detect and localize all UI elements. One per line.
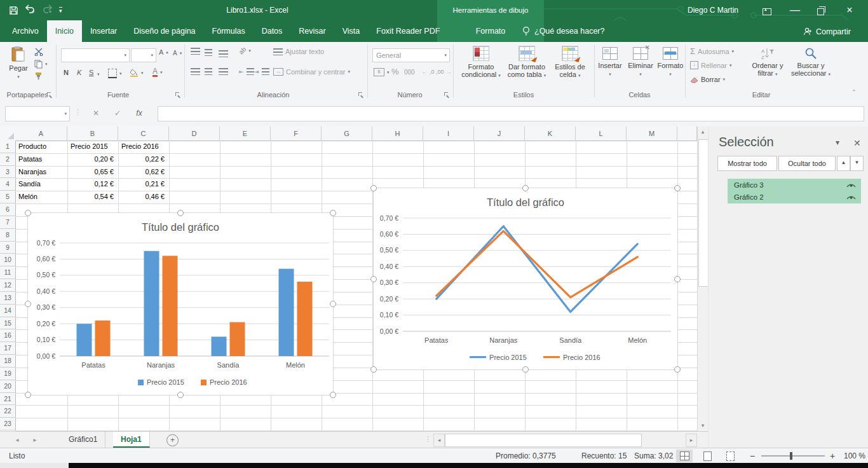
cell-A5[interactable]: Melón bbox=[16, 191, 65, 203]
column-header-E[interactable]: E bbox=[220, 127, 271, 141]
tab-foxit[interactable]: Foxit Reader PDF bbox=[368, 20, 448, 42]
column-header-K[interactable]: K bbox=[525, 127, 576, 141]
chart-selection-handle[interactable] bbox=[674, 276, 681, 282]
close-button[interactable]: × bbox=[840, 0, 859, 20]
sort-dropdown-icon[interactable]: ▾ bbox=[775, 72, 778, 76]
increase-indent-button[interactable]: ⇥ bbox=[254, 68, 269, 75]
borders-button[interactable]: ▾ bbox=[108, 69, 122, 78]
tabbar-splitter[interactable]: ⋮ bbox=[424, 435, 431, 443]
column-header-L[interactable]: L bbox=[576, 127, 627, 141]
selection-pane-item-2[interactable]: Gráfico 2 bbox=[728, 191, 861, 204]
sheet-tab-hoja1[interactable]: Hoja1 bbox=[113, 432, 150, 448]
share-button[interactable]: Compartir bbox=[798, 24, 856, 39]
cut-button[interactable] bbox=[34, 48, 43, 56]
align-left-button[interactable] bbox=[191, 68, 200, 75]
autosum-button[interactable]: ΣAutosuma▾ bbox=[690, 46, 734, 56]
row-header-12[interactable]: 12 bbox=[0, 279, 16, 292]
tab-formulas[interactable]: Fórmulas bbox=[204, 20, 254, 42]
cell-C2[interactable]: 0,22 € bbox=[119, 154, 168, 165]
alignment-dialog-launcher[interactable] bbox=[358, 92, 364, 98]
table-dropdown-icon[interactable]: ▾ bbox=[544, 73, 546, 78]
row-header-3[interactable]: 3 bbox=[0, 166, 16, 179]
find-dropdown-icon[interactable]: ▾ bbox=[829, 72, 831, 76]
clipboard-dialog-launcher[interactable] bbox=[47, 92, 53, 98]
zoom-out-button[interactable]: − bbox=[750, 448, 755, 464]
chart-selection-handle[interactable] bbox=[522, 366, 529, 373]
tab-vista[interactable]: Vista bbox=[334, 20, 369, 42]
tab-inicio[interactable]: Inicio bbox=[47, 20, 82, 42]
name-box-dropdown-icon[interactable]: ▾ bbox=[64, 111, 67, 116]
cell-C4[interactable]: 0,21 € bbox=[119, 179, 168, 190]
minimize-button[interactable]: — bbox=[785, 0, 804, 20]
accounting-dropdown-icon[interactable]: ▾ bbox=[387, 70, 390, 75]
redo-dropdown-icon[interactable]: ▾ bbox=[49, 9, 51, 15]
chart-selection-handle[interactable] bbox=[177, 210, 184, 216]
orientation-dropdown-icon[interactable]: ▾ bbox=[248, 48, 251, 53]
copy-button[interactable]: ▾ bbox=[34, 60, 48, 69]
find-select-button[interactable]: Buscar y seleccionar ▾ bbox=[788, 47, 834, 78]
paste-button[interactable]: Pegar▾ bbox=[5, 46, 32, 81]
tell-me-box[interactable]: ¿Qué desea hacer? bbox=[522, 20, 605, 42]
row-header-2[interactable]: 2 bbox=[0, 153, 16, 166]
cell-styles-button[interactable]: Estilos de celda ▾ bbox=[550, 46, 590, 79]
font-size-combo[interactable]: ▾ bbox=[131, 48, 156, 62]
row-header-7[interactable]: 7 bbox=[0, 216, 16, 229]
tab-revisar[interactable]: Revisar bbox=[290, 20, 334, 42]
row-header-4[interactable]: 4 bbox=[0, 178, 16, 191]
autosum-dropdown-icon[interactable]: ▾ bbox=[732, 49, 735, 54]
zoom-slider-thumb[interactable] bbox=[790, 452, 792, 460]
insert-dropdown-icon[interactable]: ▾ bbox=[609, 72, 611, 76]
send-backward-button[interactable]: ▼ bbox=[850, 156, 864, 171]
normal-view-button[interactable] bbox=[676, 450, 693, 462]
restore-button[interactable] bbox=[811, 0, 830, 20]
formula-bar-splitter[interactable]: ⋮ bbox=[74, 108, 81, 116]
align-top-button[interactable] bbox=[191, 48, 200, 55]
insert-function-icon[interactable]: fx bbox=[131, 106, 147, 120]
row-header-21[interactable]: 21 bbox=[0, 393, 16, 406]
column-header-J[interactable]: J bbox=[474, 127, 525, 141]
undo-button[interactable]: ▾ bbox=[25, 4, 36, 16]
pane-dropdown-icon[interactable]: ▾ bbox=[836, 138, 839, 147]
font-name-combo[interactable]: ▾ bbox=[61, 48, 130, 62]
column-header-A[interactable]: A bbox=[15, 127, 67, 141]
zoom-slider-track[interactable] bbox=[761, 455, 825, 457]
cell-B3[interactable]: 0,65 € bbox=[68, 167, 117, 178]
undo-dropdown-icon[interactable]: ▾ bbox=[32, 9, 34, 15]
visibility-eye-icon[interactable] bbox=[846, 182, 856, 188]
row-header-5[interactable]: 5 bbox=[0, 191, 16, 203]
scroll-right-icon[interactable]: ▸ bbox=[686, 434, 697, 447]
percent-style-button[interactable]: % bbox=[391, 67, 399, 76]
clear-dropdown-icon[interactable]: ▾ bbox=[723, 77, 726, 82]
italic-button[interactable]: K bbox=[77, 69, 81, 76]
show-all-button[interactable]: Mostrar todo bbox=[717, 156, 777, 171]
decrease-decimal-button[interactable]: ,00→ bbox=[436, 69, 452, 75]
row-header-14[interactable]: 14 bbox=[0, 305, 16, 317]
merge-dropdown-icon[interactable]: ▾ bbox=[348, 69, 351, 74]
line-chart[interactable]: Título del gráfico0,00 €0,10 €0,20 €0,30… bbox=[373, 188, 678, 370]
column-header-partial[interactable] bbox=[677, 127, 697, 141]
copy-dropdown-icon[interactable]: ▾ bbox=[45, 62, 48, 67]
horizontal-scrollbar[interactable]: ◂ ▸ bbox=[433, 434, 697, 446]
decrease-indent-button[interactable]: ⇤ bbox=[239, 68, 254, 75]
column-header-I[interactable]: I bbox=[423, 127, 474, 141]
cancel-entry-icon[interactable]: ✕ bbox=[88, 106, 104, 120]
accounting-format-button[interactable]: $▾ bbox=[374, 68, 390, 76]
cell-C3[interactable]: 0,62 € bbox=[119, 167, 168, 178]
scroll-left-icon[interactable]: ◂ bbox=[433, 434, 445, 447]
cell-B2[interactable]: 0,20 € bbox=[68, 154, 117, 165]
sheet-tab-grafico1[interactable]: Gráfico1 bbox=[61, 432, 105, 448]
chart-selection-handle[interactable] bbox=[370, 366, 377, 373]
cell-B4[interactable]: 0,12 € bbox=[68, 179, 117, 190]
row-header-6[interactable]: 6 bbox=[0, 203, 16, 216]
row-header-17[interactable]: 17 bbox=[0, 342, 16, 355]
cell-B5[interactable]: 0,54 € bbox=[68, 191, 117, 203]
delete-dropdown-icon[interactable]: ▾ bbox=[639, 72, 642, 76]
align-right-button[interactable] bbox=[219, 68, 228, 75]
format-painter-button[interactable] bbox=[34, 72, 43, 80]
save-icon[interactable] bbox=[9, 6, 18, 15]
chart-selection-handle[interactable] bbox=[522, 185, 529, 191]
row-header-20[interactable]: 20 bbox=[0, 380, 16, 393]
column-header-M[interactable]: M bbox=[627, 127, 677, 141]
tab-datos[interactable]: Datos bbox=[254, 20, 291, 42]
cell-A4[interactable]: Sandía bbox=[16, 179, 65, 190]
